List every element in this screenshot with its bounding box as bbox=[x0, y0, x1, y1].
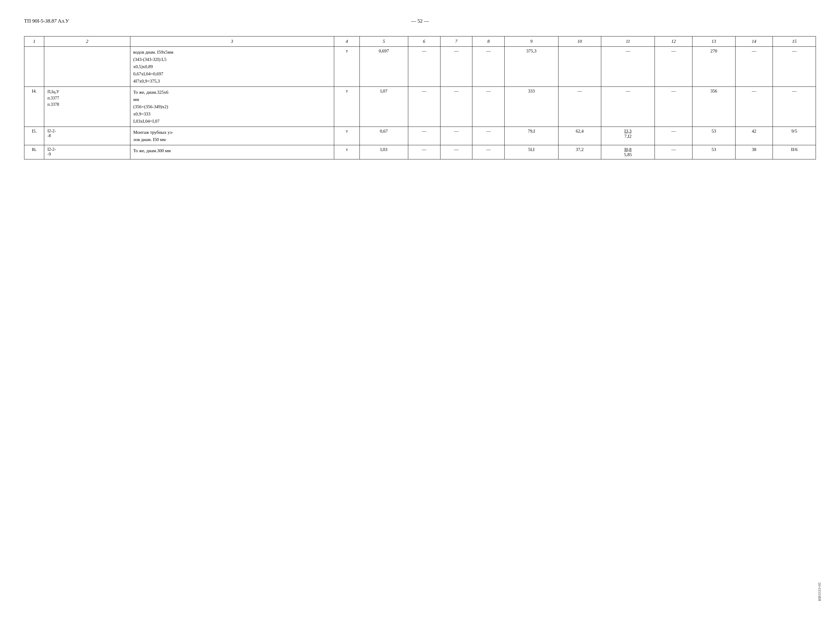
row1-col12: — bbox=[655, 87, 693, 127]
row1-col7: — bbox=[440, 87, 473, 127]
row0-col15: — bbox=[773, 47, 816, 87]
row0-col6: — bbox=[408, 47, 440, 87]
row2-col12: — bbox=[655, 127, 693, 145]
row3-col1: I6. bbox=[25, 145, 44, 159]
row1-col10: — bbox=[558, 87, 601, 127]
row0-col13: 270 bbox=[693, 47, 736, 87]
row3-col15: II/6 bbox=[773, 145, 816, 159]
row2-col11: I3,3 7,I2 bbox=[601, 127, 655, 145]
col-header-15: 15 bbox=[773, 36, 816, 47]
row1-col9: 333 bbox=[505, 87, 558, 127]
row3-col8: — bbox=[473, 145, 505, 159]
row3-col10: 37,2 bbox=[558, 145, 601, 159]
row3-col2: I2-2--9 bbox=[44, 145, 130, 159]
row3-col11: I0,8 5,85 bbox=[601, 145, 655, 159]
row2-col4: т bbox=[334, 127, 360, 145]
row3-col5: I,03 bbox=[360, 145, 408, 159]
row2-col2: I2-2--8 bbox=[44, 127, 130, 145]
row2-col3: Монтаж трубных уз-лов диам. I50 мм bbox=[130, 127, 334, 145]
row0-col8: — bbox=[473, 47, 505, 87]
col-header-14: 14 bbox=[735, 36, 773, 47]
row0-col7: — bbox=[440, 47, 473, 87]
row3-col6: — bbox=[408, 145, 440, 159]
row2-col11-bot: 7,I2 bbox=[625, 134, 632, 138]
row2-col5: 0,67 bbox=[360, 127, 408, 145]
row2-col6: — bbox=[408, 127, 440, 145]
doc-id: ТП 90I-5-38.87 Ал.У bbox=[24, 18, 69, 24]
row0-col12: — bbox=[655, 47, 693, 87]
main-table: 1 2 3 4 5 6 7 8 9 10 11 12 13 14 15 водо… bbox=[24, 36, 816, 220]
row0-col1 bbox=[25, 47, 44, 87]
col-header-13: 13 bbox=[693, 36, 736, 47]
row1-col3: То же, диам.325х6мм (356+(356-349)х2) х0… bbox=[130, 87, 334, 127]
row1-col6: — bbox=[408, 87, 440, 127]
col-header-6: 6 bbox=[408, 36, 440, 47]
row0-col11: — bbox=[601, 47, 655, 87]
row0-col4: т bbox=[334, 47, 360, 87]
row1-col4: т bbox=[334, 87, 360, 127]
col-header-11: 11 bbox=[601, 36, 655, 47]
col-header-12: 12 bbox=[655, 36, 693, 47]
row3-col11-bot: 5,85 bbox=[624, 152, 632, 157]
row0-col3: водов диам. I59х5мм (343-(343-32I):I,5 х… bbox=[130, 47, 334, 87]
col-header-4: 4 bbox=[334, 36, 360, 47]
watermark: КФ3333-05 bbox=[817, 583, 822, 601]
doc-id-italic: 38.87 bbox=[45, 18, 56, 24]
row0-col2 bbox=[44, 47, 130, 87]
row0-col5: 0,697 bbox=[360, 47, 408, 87]
row3-col7: — bbox=[440, 145, 473, 159]
row2-col10: 62,4 bbox=[558, 127, 601, 145]
row1-col1: I4. bbox=[25, 87, 44, 127]
table-row: I5. I2-2--8 Монтаж трубных уз-лов диам. … bbox=[25, 127, 816, 145]
row2-col14: 42 bbox=[735, 127, 773, 145]
col-header-8: 8 bbox=[473, 36, 505, 47]
row0-col10 bbox=[558, 47, 601, 87]
row2-col8: — bbox=[473, 127, 505, 145]
row2-col9: 79,I bbox=[505, 127, 558, 145]
row1-col15: — bbox=[773, 87, 816, 127]
doc-suffix: Ал.У bbox=[57, 18, 69, 24]
row2-col13: 53 bbox=[693, 127, 736, 145]
col-header-3: 3 bbox=[130, 36, 334, 47]
table-row: водов диам. I59х5мм (343-(343-32I):I,5 х… bbox=[25, 47, 816, 87]
row3-col4: т bbox=[334, 145, 360, 159]
row3-col12: — bbox=[655, 145, 693, 159]
row2-col7: — bbox=[440, 127, 473, 145]
row3-col13: 53 bbox=[693, 145, 736, 159]
row3-col3: То же, диам.300 мм bbox=[130, 145, 334, 159]
row0-col9: 375,3 bbox=[505, 47, 558, 87]
row1-col8: — bbox=[473, 87, 505, 127]
row1-col11: — bbox=[601, 87, 655, 127]
col-header-10: 10 bbox=[558, 36, 601, 47]
row2-col11-top: I3,3 bbox=[625, 129, 632, 134]
col-header-7: 7 bbox=[440, 36, 473, 47]
row1-col5: I,07 bbox=[360, 87, 408, 127]
row1-col2: П,Iц,Уп.3377п.3378 bbox=[44, 87, 130, 127]
row3-col11-top: I0,8 bbox=[625, 147, 632, 152]
col-header-1: 1 bbox=[25, 36, 44, 47]
row0-col14: — bbox=[735, 47, 773, 87]
table-row: I4. П,Iц,Уп.3377п.3378 То же, диам.325х6… bbox=[25, 87, 816, 127]
table-row: I6. I2-2--9 То же, диам.300 мм т I,03 — … bbox=[25, 145, 816, 159]
page-number: — 52 — bbox=[411, 18, 429, 24]
row3-col9: 5I,I bbox=[505, 145, 558, 159]
table-row-empty bbox=[25, 159, 816, 220]
row3-col14: 38 bbox=[735, 145, 773, 159]
doc-id-normal: ТП 90I-5- bbox=[24, 18, 45, 24]
row1-col14: — bbox=[735, 87, 773, 127]
col-header-5: 5 bbox=[360, 36, 408, 47]
col-header-9: 9 bbox=[505, 36, 558, 47]
col-header-2: 2 bbox=[44, 36, 130, 47]
row2-col15: 9/5 bbox=[773, 127, 816, 145]
row1-col13: 356 bbox=[693, 87, 736, 127]
row2-col1: I5. bbox=[25, 127, 44, 145]
